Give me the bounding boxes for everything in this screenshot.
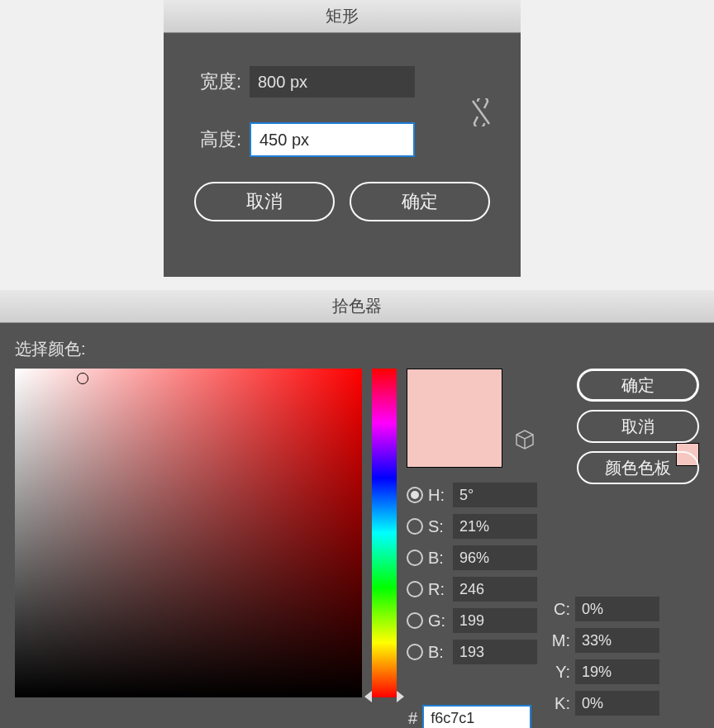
- g-radio[interactable]: [407, 612, 423, 629]
- s-label: S:: [428, 517, 448, 536]
- k-label: K:: [547, 694, 570, 713]
- sv-cursor-icon: [77, 373, 88, 384]
- g-label: G:: [428, 611, 448, 630]
- h-label: H:: [428, 486, 448, 505]
- y-input[interactable]: [575, 659, 659, 684]
- y-row: Y:: [547, 659, 659, 684]
- s-input[interactable]: [453, 514, 537, 539]
- picker-main: 确定 取消 颜色色板 H: S:: [15, 369, 699, 697]
- g-row: G:: [407, 608, 537, 633]
- picker-ok-button[interactable]: 确定: [577, 369, 699, 402]
- hex-row: #: [408, 705, 531, 728]
- width-row: 宽度:: [183, 66, 501, 98]
- m-input[interactable]: [575, 628, 659, 653]
- link-icon[interactable]: [469, 98, 493, 127]
- b-rgb-label: B:: [428, 643, 448, 662]
- h-radio[interactable]: [407, 487, 423, 503]
- cmyk-grid: C: M: Y: K:: [547, 597, 659, 716]
- m-label: M:: [547, 631, 570, 650]
- k-input[interactable]: [575, 691, 659, 716]
- b-hsb-label: B:: [428, 549, 448, 568]
- rectangle-title: 矩形: [164, 0, 521, 33]
- hue-indicator-right-icon: [397, 691, 404, 702]
- new-color-swatch: [407, 369, 502, 418]
- s-radio[interactable]: [407, 518, 423, 535]
- rectangle-body: 宽度: 高度: 取消 确定: [164, 33, 521, 238]
- b-rgb-row: B:: [407, 640, 537, 664]
- height-input[interactable]: [250, 122, 415, 157]
- c-input[interactable]: [575, 597, 659, 621]
- r-radio[interactable]: [407, 581, 423, 597]
- c-row: C:: [547, 597, 659, 621]
- c-label: C:: [547, 600, 570, 619]
- rectangle-buttons: 取消 确定: [183, 182, 501, 221]
- height-label: 高度:: [183, 127, 241, 152]
- width-input[interactable]: [250, 66, 415, 98]
- cancel-button[interactable]: 取消: [194, 182, 335, 221]
- rectangle-dialog: 矩形 宽度: 高度: 取消 确定: [164, 0, 521, 277]
- ok-button[interactable]: 确定: [350, 182, 490, 221]
- color-values-grid: H: S: B: R:: [407, 483, 537, 664]
- b-hsb-input[interactable]: [453, 545, 537, 570]
- hex-input[interactable]: [422, 705, 531, 728]
- color-swatches-button[interactable]: 颜色色板: [577, 451, 699, 484]
- hex-label: #: [408, 709, 417, 728]
- hue-indicator-left-icon: [364, 691, 372, 702]
- h-input[interactable]: [453, 483, 537, 507]
- h-row: H:: [407, 483, 537, 507]
- s-row: S:: [407, 514, 537, 539]
- b-hsb-row: B:: [407, 545, 537, 570]
- saturation-value-field[interactable]: [15, 369, 362, 697]
- r-input[interactable]: [453, 577, 537, 602]
- y-label: Y:: [547, 663, 570, 682]
- hue-slider[interactable]: [372, 369, 397, 697]
- m-row: M:: [547, 628, 659, 653]
- color-picker-dialog: 拾色器 选择颜色:: [0, 290, 714, 728]
- b-hsb-radio[interactable]: [407, 550, 423, 566]
- color-picker-body: 选择颜色:: [0, 323, 714, 707]
- g-input[interactable]: [453, 608, 537, 633]
- picker-cancel-button[interactable]: 取消: [577, 410, 699, 443]
- select-color-label: 选择颜色:: [15, 338, 699, 360]
- color-picker-title: 拾色器: [0, 290, 714, 323]
- picker-right-column: 确定 取消 颜色色板 H: S:: [407, 369, 699, 697]
- b-rgb-radio[interactable]: [407, 644, 423, 660]
- width-label: 宽度:: [183, 69, 241, 94]
- r-label: R:: [428, 580, 448, 599]
- color-preview: [407, 369, 502, 468]
- cube-icon: [516, 430, 534, 453]
- r-row: R:: [407, 577, 537, 602]
- k-row: K:: [547, 691, 659, 716]
- height-row: 高度:: [183, 122, 501, 157]
- current-color-swatch[interactable]: [407, 418, 502, 467]
- b-rgb-input[interactable]: [453, 640, 537, 664]
- picker-buttons: 确定 取消 颜色色板: [577, 369, 699, 484]
